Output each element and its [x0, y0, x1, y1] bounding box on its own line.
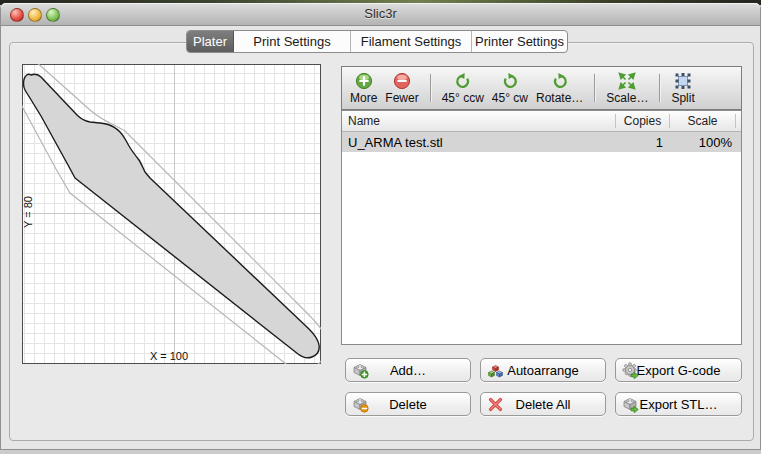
export-gcode-button[interactable]: Export G-code [615, 358, 742, 382]
row-object-name: U_ARMA test.stl [342, 135, 618, 150]
rotate-ccw-label: 45° ccw [442, 91, 484, 105]
table-row[interactable]: U_ARMA test.stl 1 100% [342, 132, 741, 152]
rotate-cw-button[interactable]: 45° cw [492, 72, 528, 105]
desktop-background-bottom [0, 449, 761, 454]
row-copies-value: 1 [618, 135, 671, 150]
object-list[interactable]: Name Copies Scale U_ARMA test.stl 1 100% [341, 110, 742, 345]
delete-button[interactable]: Delete [345, 392, 471, 416]
rotate-cw-icon [501, 72, 519, 90]
delete-all-button[interactable]: Delete All [480, 392, 606, 416]
tab-printer-settings[interactable]: Printer Settings [472, 31, 567, 52]
rotate-button[interactable]: Rotate… [536, 72, 583, 105]
column-header-scale: Scale [670, 114, 735, 128]
object-list-header: Name Copies Scale [342, 111, 741, 132]
column-header-name: Name [342, 114, 615, 128]
split-label: Split [671, 91, 694, 105]
brick-export-icon [622, 396, 639, 413]
minus-circle-icon [393, 72, 411, 90]
export-stl-button[interactable]: Export STL… [615, 392, 742, 416]
tab-filament-settings[interactable]: Filament Settings [351, 31, 472, 52]
brick-remove-icon [352, 396, 369, 413]
split-button[interactable]: Split [671, 72, 694, 105]
bricks-icon [487, 362, 504, 379]
autoarrange-label: Autoarrange [507, 363, 579, 378]
titlebar[interactable]: Slic3r [1, 3, 760, 26]
autoarrange-button[interactable]: Autoarrange [480, 358, 606, 382]
more-button[interactable]: More [350, 72, 377, 105]
window-title: Slic3r [1, 3, 760, 25]
toolbar-separator [430, 74, 431, 102]
bed-x-axis-label: X = 100 [150, 350, 188, 362]
row-scale-value: 100% [671, 135, 736, 150]
scale-arrows-icon [618, 72, 636, 90]
tab-bar: Plater Print Settings Filament Settings … [186, 30, 568, 53]
delete-label: Delete [389, 397, 427, 412]
slic3r-window: Slic3r Plater Print Settings Filament Se… [0, 3, 761, 449]
rotate-ccw-icon [454, 72, 472, 90]
brick-add-icon [352, 362, 369, 379]
add-button[interactable]: Add… [345, 358, 471, 382]
fewer-button[interactable]: Fewer [385, 72, 418, 105]
scale-label: Scale… [606, 91, 648, 105]
export-stl-label: Export STL… [639, 397, 717, 412]
column-divider [735, 114, 736, 128]
rotate-ccw-button[interactable]: 45° ccw [442, 72, 484, 105]
toolbar-separator [659, 74, 660, 102]
rotate-icon [551, 72, 569, 90]
gear-export-icon [622, 362, 639, 379]
add-label: Add… [390, 363, 426, 378]
column-header-copies: Copies [616, 114, 669, 128]
bed-y-axis-label: Y = 80 [22, 196, 34, 228]
more-label: More [350, 91, 377, 105]
split-icon [674, 72, 692, 90]
fewer-label: Fewer [385, 91, 418, 105]
delete-all-label: Delete All [516, 397, 571, 412]
tab-plater[interactable]: Plater [187, 31, 234, 52]
tab-print-settings[interactable]: Print Settings [234, 31, 351, 52]
export-gcode-label: Export G-code [637, 363, 721, 378]
plater-canvas[interactable]: X = 100 Y = 80 [22, 64, 321, 364]
object-toolbar: More Fewer 45° ccw 4 [341, 66, 742, 110]
toolbar-separator [594, 74, 595, 102]
red-x-icon [487, 396, 504, 413]
scale-button[interactable]: Scale… [606, 72, 648, 105]
rotate-label: Rotate… [536, 91, 583, 105]
plus-circle-icon [355, 72, 373, 90]
rotate-cw-label: 45° cw [492, 91, 528, 105]
